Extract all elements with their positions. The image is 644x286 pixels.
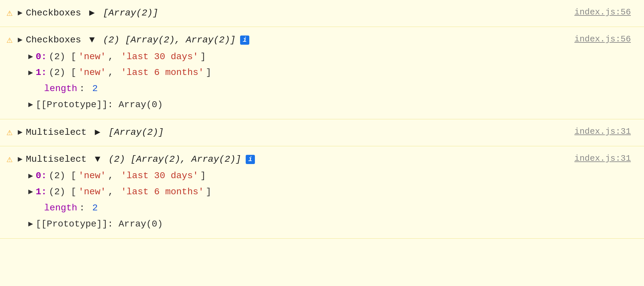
proto-arrow-4[interactable]: ▶ [28, 218, 33, 230]
val2-4-0: 'last 30 days' [121, 169, 198, 183]
array-count-4: (2) [Array(2), Array(2)] [109, 152, 241, 167]
array-item-4-0: ▶ 0: (2) ['new', 'last 30 days'] [28, 168, 568, 184]
length-key-4: length [44, 201, 77, 216]
length-colon-2: : [79, 82, 90, 96]
idx-4-1: 1: [36, 185, 47, 200]
log-content-1: ▶ Checkboxes ▶ [Array(2)] [18, 6, 568, 21]
val1-4-0: 'new' [78, 169, 106, 183]
array-item-2-1: ▶ 1: (2) ['new', 'last 6 months'] [28, 65, 568, 81]
file-link-3[interactable]: index.js:31 [574, 127, 631, 136]
log-line-3: ▶ Multiselect ▶ [Array(2)] [18, 125, 568, 140]
label-checkboxes-1: Checkboxes [26, 6, 81, 21]
expand-arrow-1[interactable]: ▶ [18, 7, 22, 19]
log-content-3: ▶ Multiselect ▶ [Array(2)] [18, 125, 568, 140]
log-line-1: ▶ Checkboxes ▶ [Array(2)] [18, 6, 568, 21]
expanded-lines-4: ▶ 0: (2) ['new', 'last 30 days'] ▶ 1: (2… [28, 168, 568, 232]
info-badge-4[interactable]: i [246, 155, 255, 164]
log-left-2: ⚠ ▶ Checkboxes ▼ (2) [Array(2), Array(2)… [7, 33, 568, 113]
array-count-2: (2) [Array(2), Array(2)] [103, 33, 235, 48]
array-item-4-1: ▶ 1: (2) ['new', 'last 6 months'] [28, 184, 568, 200]
comma-4-1: , [108, 185, 119, 200]
comma-2-1: , [108, 65, 119, 80]
info-badge-2[interactable]: i [240, 36, 249, 45]
log-left-3: ⚠ ▶ Multiselect ▶ [Array(2)] [7, 125, 568, 140]
bracket-2-0: ] [200, 50, 206, 64]
val2-2-1: 'last 6 months' [121, 65, 204, 80]
warning-icon-3: ⚠ [7, 126, 12, 138]
length-4: length: 2 [44, 200, 568, 216]
file-link-4[interactable]: index.js:31 [574, 154, 631, 163]
comma-2-0: , [108, 50, 119, 64]
collapse-arrow-2[interactable]: ▶ [18, 34, 22, 46]
log-entry-1: ⚠ ▶ Checkboxes ▶ [Array(2)] index.js:56 [0, 0, 644, 27]
log-left-4: ⚠ ▶ Multiselect ▼ (2) [Array(2), Array(2… [7, 152, 568, 232]
log-entry-3: ⚠ ▶ Multiselect ▶ [Array(2)] index.js:31 [0, 119, 644, 146]
bracket-2-1: ] [206, 65, 211, 80]
item-arrow-2-0[interactable]: ▶ [28, 51, 33, 63]
log-left-1: ⚠ ▶ Checkboxes ▶ [Array(2)] [7, 6, 568, 21]
log-line-2: ▶ Checkboxes ▼ (2) [Array(2), Array(2)] … [18, 33, 568, 48]
separator-1: ▶ [84, 6, 100, 21]
idx-2-1: 1: [36, 65, 47, 80]
desc-4-1: (2) [ [49, 185, 76, 200]
collapse-arrow-4[interactable]: ▶ [18, 153, 22, 166]
val1-2-1: 'new' [78, 65, 106, 80]
val2-4-1: 'last 6 months' [121, 185, 204, 200]
item-arrow-2-1[interactable]: ▶ [28, 67, 33, 79]
proto-2: ▶ [[Prototype]]: Array(0) [28, 97, 568, 113]
warning-icon-4: ⚠ [7, 153, 12, 165]
length-val-4: 2 [92, 201, 98, 216]
length-val-2: 2 [92, 82, 98, 96]
desc-4-0: (2) [ [49, 169, 76, 183]
separator-3: ▶ [89, 125, 106, 140]
array-text-1: [Array(2)] [103, 6, 158, 21]
proto-text-4: [[Prototype]]: Array(0) [36, 217, 163, 232]
console-panel: ⚠ ▶ Checkboxes ▶ [Array(2)] index.js:56 … [0, 0, 644, 286]
log-content-4: ▶ Multiselect ▼ (2) [Array(2), Array(2)]… [18, 152, 568, 232]
length-key-2: length [44, 82, 77, 96]
separator-4: ▼ [89, 152, 106, 167]
array-item-2-0: ▶ 0: (2) ['new', 'last 30 days'] [28, 49, 568, 65]
length-colon-4: : [79, 201, 90, 216]
separator-2: ▼ [84, 33, 100, 48]
label-multiselect-3: Multiselect [26, 125, 87, 140]
label-multiselect-4: Multiselect [26, 152, 87, 167]
bracket-4-1: ] [206, 185, 211, 200]
warning-icon-1: ⚠ [7, 7, 12, 19]
proto-arrow-2[interactable]: ▶ [28, 99, 33, 111]
comma-4-0: , [108, 169, 119, 183]
idx-4-0: 0: [36, 169, 47, 183]
item-arrow-4-1[interactable]: ▶ [28, 186, 33, 198]
log-line-4: ▶ Multiselect ▼ (2) [Array(2), Array(2)]… [18, 152, 568, 167]
log-content-2: ▶ Checkboxes ▼ (2) [Array(2), Array(2)] … [18, 33, 568, 113]
file-link-2[interactable]: index.js:56 [574, 34, 631, 44]
log-entry-4: ⚠ ▶ Multiselect ▼ (2) [Array(2), Array(2… [0, 146, 644, 239]
desc-2-1: (2) [ [49, 65, 76, 80]
file-link-1[interactable]: index.js:56 [574, 7, 631, 17]
val1-2-0: 'new' [78, 50, 106, 64]
item-arrow-4-0[interactable]: ▶ [28, 170, 33, 182]
length-2: length: 2 [44, 81, 568, 97]
val1-4-1: 'new' [78, 185, 106, 200]
warning-icon-2: ⚠ [7, 34, 12, 46]
val2-2-0: 'last 30 days' [121, 50, 198, 64]
label-checkboxes-2: Checkboxes [26, 33, 81, 48]
proto-4: ▶ [[Prototype]]: Array(0) [28, 216, 568, 232]
bracket-4-0: ] [200, 169, 206, 183]
array-text-3: [Array(2)] [109, 125, 164, 140]
expanded-lines-2: ▶ 0: (2) ['new', 'last 30 days'] ▶ 1: (2… [28, 49, 568, 113]
idx-2-0: 0: [36, 50, 47, 64]
log-entry-2: ⚠ ▶ Checkboxes ▼ (2) [Array(2), Array(2)… [0, 27, 644, 119]
expand-arrow-3[interactable]: ▶ [18, 126, 22, 139]
desc-2-0: (2) [ [49, 50, 76, 64]
proto-text-2: [[Prototype]]: Array(0) [36, 98, 163, 112]
